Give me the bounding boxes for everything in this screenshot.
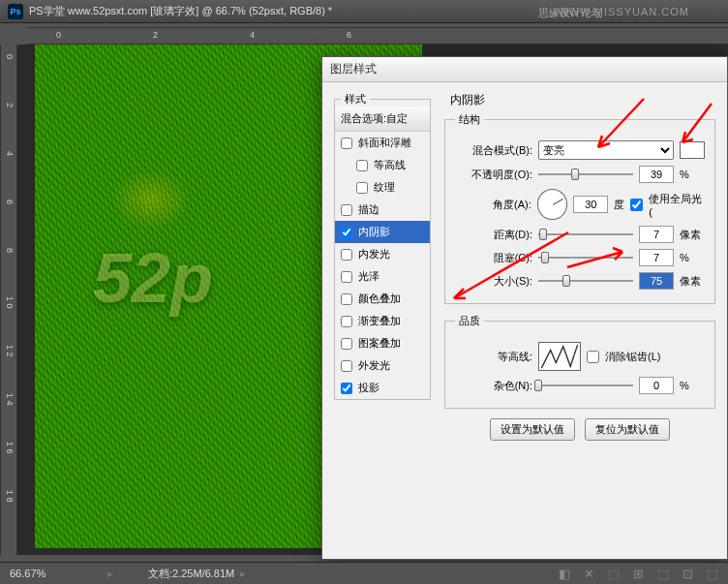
choke-input[interactable] [639, 249, 674, 266]
style-checkbox[interactable] [341, 227, 352, 238]
style-checkbox[interactable] [341, 271, 352, 283]
status-icon[interactable]: ◧ [559, 567, 570, 581]
style-item[interactable]: 纹理 [335, 176, 430, 199]
style-label: 等高线 [374, 158, 406, 172]
style-checkbox[interactable] [341, 383, 352, 394]
distance-input[interactable] [639, 226, 674, 243]
style-label: 内发光 [358, 247, 390, 261]
style-label: 内阴影 [358, 225, 390, 239]
style-checkbox[interactable] [341, 138, 352, 149]
ruler-horizontal: 0 2 4 6 [27, 27, 728, 45]
distance-label: 距离(D): [455, 228, 532, 242]
status-icon[interactable]: ⬚ [657, 567, 669, 581]
quality-fieldset: 品质 等高线: 消除锯齿(L) 杂色(N): % [444, 314, 715, 409]
status-icon[interactable]: ⊡ [682, 567, 693, 581]
style-item[interactable]: 渐变叠加 [335, 310, 430, 332]
watermark-url: WWW.MISSYUAN.COM [558, 6, 689, 17]
style-checkbox[interactable] [341, 204, 352, 216]
distance-slider[interactable] [538, 227, 633, 242]
style-label: 描边 [358, 202, 379, 217]
blend-mode-select[interactable]: 变亮 [538, 140, 674, 160]
status-icon[interactable]: ⬚ [608, 567, 620, 581]
dialog-title: 图层样式 [322, 57, 727, 82]
style-label: 光泽 [358, 269, 379, 284]
settings-panel: 内阴影 结构 混合模式(B): 变亮 不透明度(O): % [444, 92, 715, 441]
contour-label: 等高线: [455, 350, 532, 364]
status-bar: 66.67% ▸ 文档:2.25M/6.81M ▸ ◧ ✕ ⬚ ⊞ ⬚ ⊡ ⬚ [0, 562, 728, 584]
blending-options-default[interactable]: 混合选项:自定 [335, 107, 430, 132]
style-item[interactable]: 等高线 [335, 154, 430, 176]
ruler-vertical: 0 2 4 6 8 1 0 1 2 1 4 1 6 1 8 [0, 45, 17, 555]
blend-mode-label: 混合模式(B): [455, 143, 532, 158]
style-checkbox[interactable] [341, 360, 352, 372]
style-label: 外发光 [358, 358, 390, 373]
layer-style-dialog: 图层样式 样式 混合选项:自定 斜面和浮雕等高线纹理描边内阴影内发光光泽颜色叠加… [321, 56, 728, 560]
angle-label: 角度(A): [455, 198, 531, 212]
panel-title: 内阴影 [444, 92, 715, 112]
style-item[interactable]: 斜面和浮雕 [335, 132, 430, 154]
style-list: 斜面和浮雕等高线纹理描边内阴影内发光光泽颜色叠加渐变叠加图案叠加外发光投影 [335, 132, 430, 399]
global-light-label: 使用全局光( [649, 192, 705, 218]
size-input[interactable] [639, 272, 674, 290]
size-label: 大小(S): [455, 274, 532, 289]
style-checkbox[interactable] [356, 182, 368, 194]
style-item[interactable]: 内阴影 [335, 221, 430, 243]
color-swatch[interactable] [680, 141, 705, 159]
angle-input[interactable] [573, 196, 608, 213]
status-icon[interactable]: ⊞ [633, 567, 644, 581]
glass-text-effect: 52p [93, 238, 213, 318]
style-item[interactable]: 图案叠加 [335, 332, 430, 354]
style-item[interactable]: 颜色叠加 [335, 288, 430, 310]
style-item[interactable]: 内发光 [335, 243, 430, 265]
status-icons-group: ◧ ✕ ⬚ ⊞ ⬚ ⊡ ⬚ [559, 567, 718, 581]
style-item[interactable]: 外发光 [335, 354, 430, 377]
structure-fieldset: 结构 混合模式(B): 变亮 不透明度(O): % 角度(A): [444, 112, 715, 304]
style-checkbox[interactable] [341, 249, 352, 261]
noise-label: 杂色(N): [455, 379, 532, 393]
global-light-checkbox[interactable] [630, 199, 643, 211]
choke-label: 阻塞(C): [455, 251, 532, 265]
styles-list-panel: 样式 混合选项:自定 斜面和浮雕等高线纹理描边内阴影内发光光泽颜色叠加渐变叠加图… [334, 92, 431, 441]
make-default-button[interactable]: 设置为默认值 [490, 418, 575, 441]
noise-input[interactable] [639, 377, 674, 394]
style-label: 斜面和浮雕 [358, 136, 411, 150]
style-item[interactable]: 光泽 [335, 265, 430, 288]
noise-slider[interactable] [538, 378, 633, 393]
opacity-input[interactable] [639, 166, 674, 183]
zoom-level[interactable]: 66.67% [10, 568, 102, 579]
style-checkbox[interactable] [356, 160, 368, 171]
antialias-checkbox[interactable] [587, 351, 599, 363]
style-label: 纹理 [374, 180, 395, 195]
ps-app-icon: Ps [8, 4, 23, 19]
contour-picker[interactable] [538, 342, 581, 371]
document-title: PS学堂 www.52psxt.com [玻璃字效] @ 66.7% (52ps… [29, 4, 332, 18]
styles-legend: 样式 [341, 92, 370, 107]
reset-default-button[interactable]: 复位为默认值 [585, 418, 670, 441]
style-label: 渐变叠加 [358, 314, 401, 328]
status-icon[interactable]: ✕ [584, 567, 594, 581]
style-item[interactable]: 投影 [335, 377, 430, 399]
style-checkbox[interactable] [341, 338, 352, 350]
style-item[interactable]: 描边 [335, 199, 430, 221]
style-label: 图案叠加 [358, 336, 401, 351]
status-icon[interactable]: ⬚ [707, 567, 718, 581]
style-label: 颜色叠加 [358, 292, 401, 306]
style-label: 投影 [358, 381, 379, 395]
opacity-label: 不透明度(O): [455, 168, 532, 182]
angle-dial[interactable] [537, 189, 568, 220]
style-checkbox[interactable] [341, 293, 352, 305]
expand-icon[interactable]: ▸ [107, 568, 113, 580]
style-checkbox[interactable] [341, 316, 352, 327]
document-size: 文档:2.25M/6.81M [148, 567, 234, 581]
expand-icon[interactable]: ▸ [240, 568, 246, 580]
size-slider[interactable] [538, 273, 633, 289]
opacity-slider[interactable] [538, 167, 633, 182]
antialias-label: 消除锯齿(L) [605, 350, 660, 364]
choke-slider[interactable] [538, 250, 633, 265]
